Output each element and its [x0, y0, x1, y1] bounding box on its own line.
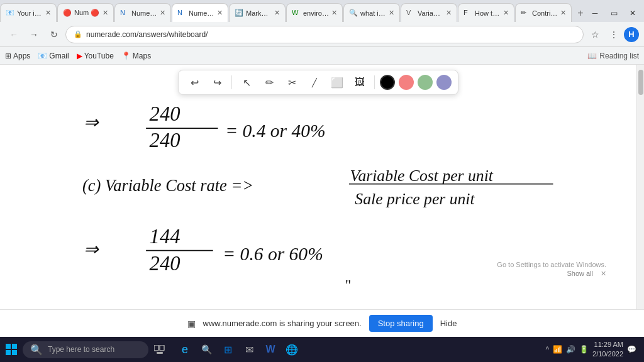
- eraser-tool-button[interactable]: ╱: [305, 73, 324, 92]
- svg-text:Variable Cost per unit: Variable Cost per unit: [350, 167, 494, 185]
- undo-button[interactable]: ↩: [185, 73, 204, 92]
- tab-close-7[interactable]: ✕: [446, 9, 452, 17]
- tab-0[interactable]: 📧 Your int... ✕: [0, 3, 57, 22]
- color-green-button[interactable]: [418, 75, 433, 90]
- whiteboard[interactable]: ↩ ↪ ↖ ✏ ✂ ╱ ⬜ 🖼 ⇒ 240: [0, 65, 636, 309]
- youtube-icon: ▶: [77, 52, 82, 60]
- search-magnifier-icon: 🔍: [30, 344, 43, 356]
- new-tab-button[interactable]: +: [575, 4, 586, 22]
- scrollbar[interactable]: [636, 65, 644, 309]
- svg-rect-17: [6, 350, 11, 355]
- minimize-button[interactable]: ─: [586, 4, 604, 22]
- toolbar-separator-2: [374, 75, 375, 89]
- svg-text:240: 240: [150, 129, 180, 151]
- tab-favicon-3: N: [177, 9, 186, 18]
- tab-close-9[interactable]: ✕: [560, 9, 566, 17]
- tab-2[interactable]: N Numera... ✕: [114, 3, 171, 22]
- battery-icon[interactable]: 🔋: [579, 345, 589, 354]
- tab-bar: 📧 Your int... ✕ 🔴 Num 🔴 ✕ N Numera... ✕ …: [0, 0, 644, 22]
- pencil-tool-button[interactable]: ✏: [260, 73, 279, 92]
- math-content-svg: ⇒ 240 240 = 0.4 or 40% (c) Variable Cost…: [0, 65, 636, 309]
- scissors-tool-button[interactable]: ✂: [282, 73, 301, 92]
- svg-text:= 0.4 or 40%: = 0.4 or 40%: [225, 121, 325, 141]
- tab-close-2[interactable]: ✕: [160, 9, 165, 17]
- tab-favicon-1: 🔴: [63, 9, 72, 18]
- tab-9[interactable]: ✏ Contrib... ✕: [515, 3, 572, 22]
- scroll-thumb[interactable]: [638, 70, 643, 95]
- tab-label-6: what is ...: [360, 9, 386, 17]
- tab-close-3[interactable]: ✕: [217, 9, 223, 17]
- taskbar-chrome-icon[interactable]: 🌐: [283, 341, 301, 358]
- tab-close-5[interactable]: ✕: [331, 9, 337, 17]
- svg-text:": ": [345, 277, 352, 293]
- maximize-button[interactable]: ▭: [605, 4, 623, 22]
- redo-button[interactable]: ↪: [208, 73, 226, 92]
- taskbar-search-bar[interactable]: 🔍 Type here to search: [23, 341, 148, 358]
- tab-label-5: environ...: [303, 9, 329, 17]
- close-button[interactable]: ✕: [624, 4, 641, 22]
- tab-1[interactable]: 🔴 Num 🔴 ✕: [57, 3, 114, 22]
- svg-text:240: 240: [150, 252, 180, 275]
- tab-close-8[interactable]: ✕: [503, 9, 509, 17]
- tab-4[interactable]: 🔄 Market ... ✕: [229, 3, 286, 22]
- address-text: numerade.com/answers/whiteboard/: [86, 30, 575, 39]
- bookmark-youtube[interactable]: ▶ YouTube: [77, 52, 114, 60]
- svg-text:144: 144: [150, 225, 180, 248]
- tab-close-1[interactable]: ✕: [103, 9, 108, 17]
- forward-button[interactable]: →: [25, 26, 43, 43]
- tab-close-6[interactable]: ✕: [389, 9, 394, 17]
- taskbar-search-icon[interactable]: 🔍: [197, 341, 215, 358]
- taskbar-mail-icon[interactable]: ✉: [240, 341, 258, 358]
- network-icon[interactable]: 📶: [553, 345, 562, 354]
- sharing-message: www.numerade.com is sharing your screen.: [203, 319, 362, 328]
- hide-sharing-button[interactable]: Hide: [440, 319, 457, 328]
- profile-button[interactable]: H: [624, 27, 639, 42]
- color-black-button[interactable]: [380, 75, 395, 90]
- taskbar-store-icon[interactable]: ⊞: [219, 341, 236, 358]
- tab-label-9: Contrib...: [532, 9, 558, 17]
- windows-logo-icon: [6, 344, 17, 355]
- svg-text:(c) Variable Cost rate =>: (c) Variable Cost rate =>: [82, 176, 253, 195]
- select-tool-button[interactable]: ↖: [237, 73, 256, 92]
- tab-7[interactable]: V Variable... ✕: [401, 3, 457, 22]
- tab-8[interactable]: F How to ... ✕: [458, 3, 514, 22]
- address-bar[interactable]: 🔒 numerade.com/answers/whiteboard/: [65, 26, 584, 43]
- tray-caret-icon[interactable]: ^: [545, 345, 549, 354]
- color-pink-button[interactable]: [399, 75, 414, 90]
- reading-list-label: Reading list: [599, 52, 639, 60]
- task-view-icon: [154, 345, 165, 354]
- gmail-icon: 📧: [38, 52, 47, 60]
- svg-rect-20: [160, 345, 164, 351]
- shape-tool-button[interactable]: ⬜: [328, 73, 347, 92]
- tab-3[interactable]: N Numera... ✕: [172, 3, 228, 22]
- bookmarks-bar: ⊞ Apps 📧 Gmail ▶ YouTube 📍 Maps 📖 Readin…: [0, 47, 644, 65]
- bookmark-maps[interactable]: 📍 Maps: [121, 52, 151, 60]
- tab-favicon-5: W: [292, 9, 301, 18]
- tab-5[interactable]: W environ... ✕: [286, 3, 343, 22]
- color-purple-button[interactable]: [436, 75, 452, 90]
- back-button[interactable]: ←: [5, 26, 23, 43]
- stop-sharing-button[interactable]: Stop sharing: [369, 315, 433, 332]
- reading-list-button[interactable]: 📖 Reading list: [587, 52, 639, 60]
- browser-menu-button[interactable]: ⋮: [605, 26, 623, 43]
- taskbar-edge-icon[interactable]: e: [176, 341, 194, 358]
- windows-start-button[interactable]: [3, 341, 20, 358]
- svg-rect-18: [12, 350, 17, 355]
- bookmark-apps[interactable]: ⊞ Apps: [5, 52, 30, 60]
- refresh-button[interactable]: ↻: [45, 26, 63, 43]
- bookmark-gmail[interactable]: 📧 Gmail: [38, 52, 69, 60]
- apps-grid-icon: ⊞: [5, 52, 11, 60]
- notification-icon[interactable]: 💬: [627, 345, 636, 354]
- volume-icon[interactable]: 🔊: [566, 345, 575, 354]
- image-tool-button[interactable]: 🖼: [350, 73, 369, 92]
- nav-bar: ← → ↻ 🔒 numerade.com/answers/whiteboard/…: [0, 22, 644, 47]
- tab-6[interactable]: 🔍 what is ... ✕: [343, 3, 400, 22]
- tab-close-4[interactable]: ✕: [274, 9, 280, 17]
- tab-favicon-9: ✏: [521, 9, 530, 18]
- task-view-button[interactable]: [151, 341, 169, 358]
- taskbar-word-icon[interactable]: W: [262, 341, 279, 358]
- system-clock[interactable]: 11:29 AM 2/10/2022: [592, 340, 623, 359]
- taskbar-search-text: Type here to search: [48, 345, 114, 354]
- tab-close-0[interactable]: ✕: [45, 9, 51, 17]
- bookmark-star-button[interactable]: ☆: [586, 26, 604, 43]
